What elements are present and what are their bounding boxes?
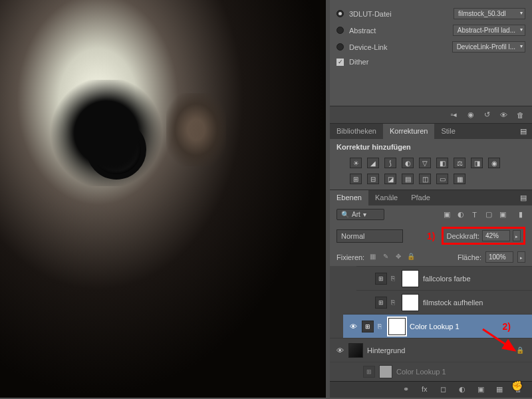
radio-abstract[interactable]	[336, 27, 344, 34]
layer-mask-thumb[interactable]	[402, 294, 419, 311]
layer-drag-ghost: ⊞ Color Lookup 1	[330, 362, 532, 381]
adj-invert-icon[interactable]: ◪	[384, 174, 396, 184]
link-mask-icon[interactable]: ⎘	[378, 323, 384, 330]
tab-ebenen[interactable]: Ebenen	[330, 190, 368, 205]
tab-stile[interactable]: Stile	[434, 124, 462, 139]
filter-toggle-icon[interactable]: ▮	[515, 210, 525, 219]
link-mask-icon[interactable]: ⎘	[391, 299, 398, 306]
adj-bw-icon[interactable]: ◨	[471, 158, 483, 168]
layer-name[interactable]: filmstock aufhellen	[423, 299, 483, 307]
layer-mask-thumb[interactable]	[402, 270, 419, 287]
opacity-slider-toggle[interactable]: ▸	[513, 230, 521, 241]
label-3dlut: 3DLUT-Datei	[349, 10, 392, 18]
radio-devicelink[interactable]	[336, 43, 344, 51]
layer-row[interactable]: ⊞ ⎘ fallcolors farbe	[356, 266, 532, 290]
reset-icon[interactable]: ↺	[482, 110, 492, 119]
filter-shape-icon[interactable]: ▢	[483, 210, 493, 219]
tab-korrekturen[interactable]: Korrekturen	[383, 124, 434, 139]
clip-to-layer-icon[interactable]: ▫◂	[449, 110, 459, 119]
lock-all-icon[interactable]: 🔒	[406, 253, 415, 261]
canvas-preview[interactable]: Nikon	[0, 0, 326, 398]
visibility-toggle[interactable]: 👁	[335, 346, 344, 354]
adj-curves-icon[interactable]: ⟆	[384, 158, 396, 168]
annotation-1: 1)	[427, 231, 435, 241]
cursor-icon: ✊	[511, 380, 523, 391]
tab-kanaele[interactable]: Kanäle	[368, 190, 404, 205]
checkbox-dither[interactable]: ✓	[336, 59, 344, 66]
layer-name[interactable]: fallcolors farbe	[423, 275, 471, 283]
adj-exposure-icon[interactable]: ◐	[402, 158, 414, 168]
layer-row-background[interactable]: 👁 Hintergrund 🔒	[330, 338, 532, 362]
adjustment-thumb-icon[interactable]: ⊞	[375, 297, 387, 309]
adj-levels-icon[interactable]: ◢	[367, 158, 379, 168]
adj-selective-icon[interactable]: ▦	[454, 174, 466, 184]
lock-position-icon[interactable]: ✥	[394, 253, 402, 261]
tab-pfade[interactable]: Pfade	[404, 190, 437, 205]
adj-gradientmap-icon[interactable]: ▭	[436, 174, 448, 184]
adj-colorlookup-icon[interactable]: ⊟	[367, 174, 379, 184]
filter-type-icon[interactable]: T	[469, 210, 479, 219]
dropdown-devicelink[interactable]: DeviceLink-Profil l...	[452, 41, 525, 53]
label-abstract: Abstract	[349, 27, 376, 35]
new-adjustment-icon[interactable]: ◐	[459, 385, 468, 394]
opacity-label[interactable]: Deckkraft:	[446, 232, 479, 240]
layer-row[interactable]: ⊞ ⎘ filmstock aufhellen	[356, 290, 532, 314]
dropdown-abstract[interactable]: Abstract-Profil lad...	[453, 25, 525, 36]
lock-transparency-icon[interactable]: ▦	[368, 253, 377, 261]
link-mask-icon[interactable]: ⎘	[391, 275, 398, 282]
layer-name[interactable]: Color Lookup 1	[410, 323, 460, 331]
label-dither: Dither	[349, 58, 368, 66]
adj-photofilter-icon[interactable]: ◉	[488, 158, 500, 168]
layer-thumb[interactable]	[348, 343, 363, 358]
fill-slider-toggle[interactable]: ▸	[517, 251, 525, 263]
link-layers-icon[interactable]: ⚭	[403, 385, 412, 394]
dropdown-3dlut[interactable]: filmstock_50.3dl	[454, 8, 525, 19]
adj-brightness-icon[interactable]: ☀	[350, 158, 362, 168]
new-layer-icon[interactable]: ▦	[496, 385, 505, 394]
adjustments-title: Korrektur hinzufügen	[330, 139, 532, 155]
layer-name[interactable]: Hintergrund	[367, 346, 405, 354]
trash-icon[interactable]: 🗑	[515, 110, 525, 119]
layers-panel-menu-icon[interactable]: ▤	[515, 190, 532, 205]
layer-fx-icon[interactable]: fx	[422, 385, 431, 394]
fill-input[interactable]: 100%	[485, 251, 513, 263]
adjustment-thumb-icon[interactable]: ⊞	[362, 321, 374, 332]
layer-filter-dropdown[interactable]: 🔍 Art ▾	[336, 209, 384, 220]
add-mask-icon[interactable]: ◻	[440, 385, 450, 394]
filter-pixel-icon[interactable]: ▣	[442, 210, 452, 219]
label-devicelink: Device-Link	[349, 43, 387, 51]
filter-smart-icon[interactable]: ▣	[497, 210, 507, 219]
tab-bibliotheken[interactable]: Bibliotheken	[330, 124, 383, 139]
lock-pixels-icon[interactable]: ✎	[381, 253, 390, 261]
adj-hue-icon[interactable]: ◧	[436, 158, 448, 168]
fill-label[interactable]: Fläche:	[458, 253, 481, 261]
view-previous-icon[interactable]: ◉	[466, 110, 475, 119]
opacity-input[interactable]: 42%	[482, 230, 510, 241]
adjustment-thumb-icon[interactable]: ⊞	[375, 273, 387, 285]
visibility-icon[interactable]: 👁	[499, 110, 509, 119]
lock-label: Fixieren:	[336, 253, 364, 261]
panel-menu-icon[interactable]: ▤	[515, 124, 532, 139]
adj-colorbalance-icon[interactable]: ⚖	[454, 158, 466, 168]
adj-posterize-icon[interactable]: ▤	[402, 174, 414, 184]
new-group-icon[interactable]: ▣	[477, 385, 487, 394]
svg-line-0	[483, 329, 515, 350]
adj-vibrance-icon[interactable]: ▽	[419, 158, 431, 168]
visibility-toggle[interactable]: 👁	[348, 323, 358, 331]
filter-adjust-icon[interactable]: ◐	[456, 210, 466, 219]
adj-threshold-icon[interactable]: ◫	[419, 174, 431, 184]
layer-mask-thumb[interactable]	[388, 318, 406, 335]
blend-mode-dropdown[interactable]: Normal	[336, 229, 403, 243]
adj-channelmixer-icon[interactable]: ⊞	[350, 174, 362, 184]
radio-3dlut[interactable]	[336, 10, 344, 17]
annotation-arrow	[480, 327, 520, 353]
camera-brand-text: Nikon	[96, 103, 122, 114]
